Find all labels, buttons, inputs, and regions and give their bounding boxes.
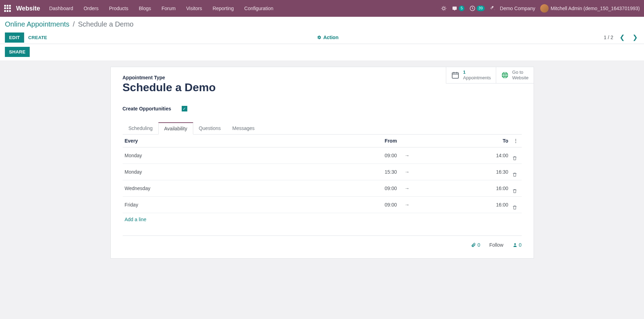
menu-forum[interactable]: Forum bbox=[161, 6, 175, 11]
gear-icon bbox=[317, 35, 321, 40]
tab-scheduling[interactable]: Scheduling bbox=[123, 122, 159, 135]
cell-to: 16:30 bbox=[412, 164, 511, 180]
form-sheet: 1 Appointments Go to Website Appointment… bbox=[110, 67, 534, 259]
cell-to: 16:00 bbox=[412, 197, 511, 213]
tools-icon[interactable] bbox=[490, 6, 495, 11]
breadcrumb: Online Appointments / Schedule a Demo bbox=[5, 20, 639, 28]
table-row[interactable]: Monday15:30→16:30 bbox=[123, 164, 522, 180]
attachments-number: 0 bbox=[477, 242, 480, 248]
stat-goto-label1: Go to bbox=[512, 70, 529, 75]
follow-button[interactable]: Follow bbox=[489, 242, 503, 248]
followers-count[interactable]: 0 bbox=[513, 242, 522, 248]
menu-products[interactable]: Products bbox=[109, 6, 128, 11]
tab-availability[interactable]: Availability bbox=[158, 122, 193, 135]
top-navbar: Website Dashboard Orders Products Blogs … bbox=[0, 0, 644, 17]
avatar-icon bbox=[540, 4, 549, 13]
cell-day: Wednesday bbox=[123, 180, 301, 197]
svg-point-4 bbox=[514, 243, 516, 245]
col-every: Every bbox=[123, 135, 301, 147]
stat-goto-label2: Website bbox=[512, 75, 529, 81]
cell-to: 14:00 bbox=[412, 147, 511, 164]
create-opportunities-checkbox[interactable]: ✓ bbox=[182, 106, 187, 111]
col-from: From bbox=[300, 135, 399, 147]
cell-day: Monday bbox=[123, 164, 301, 180]
breadcrumb-separator: / bbox=[73, 20, 75, 28]
action-dropdown[interactable]: Action bbox=[51, 35, 604, 40]
cell-to: 16:00 bbox=[412, 180, 511, 197]
column-options-icon[interactable]: ⋮ bbox=[512, 138, 519, 144]
pager: 1 / 2 ❮ ❯ bbox=[604, 34, 639, 41]
breadcrumb-root[interactable]: Online Appointments bbox=[5, 20, 70, 28]
menu-reporting[interactable]: Reporting bbox=[212, 6, 234, 11]
user-menu[interactable]: Mitchell Admin (demo_150_1643701993) bbox=[540, 4, 640, 13]
cell-from: 09:00 bbox=[300, 180, 399, 197]
share-button[interactable]: SHARE bbox=[5, 47, 30, 57]
pager-next[interactable]: ❯ bbox=[631, 34, 639, 41]
main-menu: Dashboard Orders Products Blogs Forum Vi… bbox=[49, 6, 274, 11]
menu-blogs[interactable]: Blogs bbox=[139, 6, 151, 11]
control-panel: Online Appointments / Schedule a Demo ED… bbox=[0, 17, 644, 44]
arrow-right-icon: → bbox=[405, 202, 410, 208]
cell-from: 15:30 bbox=[300, 164, 399, 180]
svg-point-0 bbox=[443, 7, 445, 10]
paperclip-icon bbox=[471, 242, 476, 247]
menu-visitors[interactable]: Visitors bbox=[186, 6, 202, 11]
menu-configuration[interactable]: Configuration bbox=[244, 6, 273, 11]
cell-from: 09:00 bbox=[300, 147, 399, 164]
availability-table: Every From To ⋮ Monday09:00→14:00Monday1… bbox=[123, 135, 522, 213]
tab-messages[interactable]: Messages bbox=[226, 122, 261, 135]
stat-appointments[interactable]: 1 Appointments bbox=[446, 67, 496, 84]
trash-icon[interactable] bbox=[512, 205, 519, 210]
trash-icon[interactable] bbox=[512, 189, 519, 194]
pager-prev[interactable]: ❮ bbox=[618, 34, 626, 41]
pager-text[interactable]: 1 / 2 bbox=[604, 35, 613, 40]
activities-badge: 39 bbox=[477, 6, 484, 11]
company-switcher[interactable]: Demo Company bbox=[500, 6, 535, 11]
stat-buttons: 1 Appointments Go to Website bbox=[446, 67, 534, 84]
share-row: SHARE bbox=[0, 44, 644, 60]
svg-rect-2 bbox=[452, 73, 458, 78]
trash-icon[interactable] bbox=[512, 172, 519, 177]
create-opportunities-label: Create Opportunities bbox=[123, 106, 171, 111]
arrow-right-icon: → bbox=[405, 186, 410, 191]
table-row[interactable]: Monday09:00→14:00 bbox=[123, 147, 522, 164]
arrow-right-icon: → bbox=[405, 169, 410, 175]
edit-button[interactable]: EDIT bbox=[5, 32, 24, 43]
menu-orders[interactable]: Orders bbox=[84, 6, 99, 11]
arrow-right-icon: → bbox=[405, 153, 410, 158]
col-to: To bbox=[412, 135, 511, 147]
breadcrumb-leaf: Schedule a Demo bbox=[78, 20, 133, 28]
followers-number: 0 bbox=[519, 242, 522, 248]
create-button[interactable]: CREATE bbox=[24, 32, 51, 43]
table-row[interactable]: Wednesday09:00→16:00 bbox=[123, 180, 522, 197]
app-brand[interactable]: Website bbox=[16, 5, 40, 12]
stat-goto-website[interactable]: Go to Website bbox=[496, 67, 534, 84]
action-label: Action bbox=[323, 35, 339, 40]
user-label: Mitchell Admin (demo_150_1643701993) bbox=[551, 6, 640, 11]
add-line-link[interactable]: Add a line bbox=[123, 213, 522, 226]
cell-day: Monday bbox=[123, 147, 301, 164]
messages-icon[interactable]: 5 bbox=[451, 6, 464, 11]
stat-appointments-count: 1 bbox=[463, 70, 491, 75]
menu-dashboard[interactable]: Dashboard bbox=[49, 6, 73, 11]
followers-bar: 0 Follow 0 bbox=[123, 235, 522, 248]
cell-day: Friday bbox=[123, 197, 301, 213]
tab-questions[interactable]: Questions bbox=[193, 122, 227, 135]
person-icon bbox=[513, 242, 518, 247]
trash-icon[interactable] bbox=[512, 156, 519, 161]
cell-from: 09:00 bbox=[300, 197, 399, 213]
messages-badge: 5 bbox=[459, 6, 464, 11]
bug-icon[interactable] bbox=[441, 6, 447, 11]
globe-icon bbox=[501, 71, 509, 79]
apps-grid-icon[interactable] bbox=[4, 5, 11, 12]
table-row[interactable]: Friday09:00→16:00 bbox=[123, 197, 522, 213]
tabs: Scheduling Availability Questions Messag… bbox=[123, 122, 522, 135]
calendar-icon bbox=[451, 71, 460, 79]
activities-icon[interactable]: 39 bbox=[469, 5, 484, 12]
stat-appointments-label: Appointments bbox=[463, 75, 491, 81]
attachments-count[interactable]: 0 bbox=[471, 242, 480, 248]
